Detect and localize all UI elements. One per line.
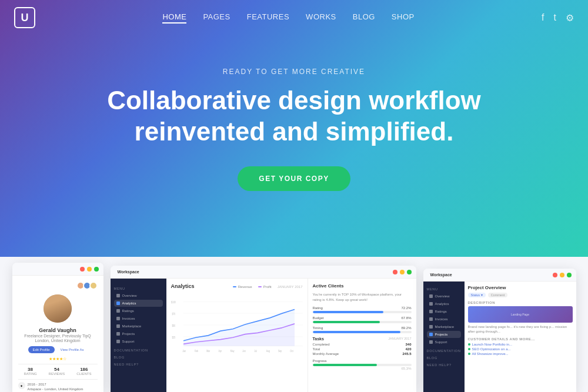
status-badge[interactable]: Status ▾: [468, 293, 486, 297]
sidebar-item-marketplace[interactable]: Marketplace: [114, 323, 163, 330]
svg-text:$100: $100: [171, 301, 176, 304]
svg-text:Oct: Oct: [290, 349, 293, 353]
proj-sidebar-support[interactable]: Support: [427, 339, 461, 346]
profile-location: London, United Kingdom: [18, 339, 98, 343]
proj-list-item-1[interactable]: Launch Now Portfolio in...: [468, 343, 573, 346]
sidebar-menu-label: MENU: [114, 287, 163, 290]
task-total: Total420: [313, 347, 412, 351]
svg-text:Jan: Jan: [182, 349, 186, 353]
project-title: Project Overview: [468, 285, 573, 290]
project-inner: MENU Overview Analytics Ratings Invoices…: [423, 282, 576, 392]
card-topbar-left: [12, 263, 103, 276]
cta-button[interactable]: GET YOUR COPY: [238, 166, 350, 191]
profile-name: Gerald Vaughn: [18, 327, 98, 333]
workspace-label-right: Workspace: [428, 273, 452, 277]
proj-sidebar-ratings[interactable]: Ratings: [427, 308, 461, 315]
sidebar-item-invoices[interactable]: Invoices: [114, 315, 163, 322]
dot-yellow-r: [560, 273, 564, 277]
svg-text:Jun: Jun: [242, 349, 246, 353]
nav-blog[interactable]: BLOG: [353, 12, 375, 24]
header: U HOME PAGES FEATURES WORKS BLOG SHOP f …: [0, 0, 588, 35]
card-topbar-right: Workspace: [423, 269, 576, 282]
chart-month: JANUARY 2017: [278, 285, 303, 289]
analytics-right-panel: Active Clients You're currently in TOP 1…: [308, 279, 416, 392]
nav-works[interactable]: WORKS: [306, 12, 336, 24]
dot-red: [80, 267, 85, 272]
nav-shop[interactable]: SHOP: [392, 12, 415, 24]
settings-icon[interactable]: ⚙: [566, 12, 574, 24]
analytics-card: Workspace MENU Overview Analytics Rating…: [111, 266, 416, 392]
dot-green-c: [407, 270, 412, 274]
svg-text:Sep: Sep: [278, 349, 282, 353]
sidebar-item-overview[interactable]: Overview: [114, 292, 163, 299]
proj-sidebar-overview[interactable]: Overview: [427, 293, 461, 300]
proj-sidebar-projects[interactable]: Projects: [427, 331, 461, 338]
sidebar-item-ratings[interactable]: Ratings: [114, 307, 163, 314]
project-thumbnail: Landing Page: [468, 306, 573, 323]
card-topbar-center: Workspace: [111, 266, 416, 279]
proj-list-item-3[interactable]: All Showsize improve...: [468, 352, 573, 356]
sidebar-item-analytics[interactable]: Analytics: [114, 300, 163, 307]
revenue-chart: $100 $75 $50 $25 Jan Feb Mar: [171, 295, 303, 354]
hero-subtitle: READY TO GET MORE CREATIVE: [223, 68, 365, 76]
proj-sidebar-invoices[interactable]: Invoices: [427, 316, 461, 323]
proj-sidebar-marketplace[interactable]: Marketplace: [427, 323, 461, 330]
workspace-label: Workspace: [115, 270, 139, 274]
svg-text:Aug: Aug: [266, 349, 270, 353]
svg-text:Apr: Apr: [218, 349, 222, 353]
facebook-icon[interactable]: f: [542, 12, 544, 24]
twitter-icon[interactable]: t: [554, 12, 556, 24]
svg-text:$75: $75: [172, 313, 175, 316]
dot-yellow: [87, 267, 92, 272]
nav-home[interactable]: HOME: [162, 12, 186, 24]
analytics-inner: MENU Overview Analytics Ratings Invoices…: [111, 279, 416, 392]
stat-rating: 38 RATING: [24, 367, 36, 376]
list-dot-3: [468, 353, 470, 355]
nav-pages[interactable]: PAGES: [203, 12, 230, 24]
hero-title: Collaborative design workflowreinvented …: [107, 85, 481, 148]
stat-reviews: 54 REVIEWS: [49, 367, 65, 376]
profile-role: Freelance Designer, Previously TipQ: [18, 334, 98, 338]
svg-text:Jul: Jul: [254, 349, 256, 353]
proj-list-item-2[interactable]: SEO Optimization on a...: [468, 347, 573, 351]
comment-badge[interactable]: Comment: [488, 293, 508, 297]
chart-legend: Revenue Profit JANUARY 2017: [233, 285, 303, 289]
profile-card: Gerald Vaughn Freelance Designer, Previo…: [12, 263, 103, 392]
dot-red-r: [553, 273, 557, 277]
description-label: DESCRIPTION: [468, 301, 573, 304]
sidebar-blog-label: BLOG: [114, 356, 163, 359]
project-card: Workspace MENU Overview Analytics Rating…: [423, 269, 576, 392]
svg-text:May: May: [230, 349, 234, 353]
svg-text:$25: $25: [172, 336, 175, 340]
main-nav: HOME PAGES FEATURES WORKS BLOG SHOP: [162, 12, 414, 24]
profile-inner: Gerald Vaughn Freelance Designer, Previo…: [12, 276, 103, 392]
metric-rating: Rating72.2%: [313, 306, 412, 313]
project-status-row: Status ▾ Comment: [468, 293, 573, 297]
dot-green-r: [567, 273, 572, 277]
dot-green: [94, 267, 99, 272]
proj-sidebar-analytics[interactable]: Analytics: [427, 300, 461, 307]
hero-section: READY TO GET MORE CREATIVE Collaborative…: [0, 0, 588, 259]
metric-timing: Timing89.2%: [313, 326, 412, 333]
screenshots-section: Gerald Vaughn Freelance Designer, Previo…: [0, 257, 588, 392]
legend-profit: Profit: [258, 285, 272, 289]
legend-revenue: Revenue: [233, 285, 252, 289]
sidebar-item-support[interactable]: Support: [114, 338, 163, 345]
edit-profile-button[interactable]: Edit Profile: [28, 346, 55, 353]
star-rating: ★★★★☆: [18, 357, 98, 361]
project-description: Brand new landing page fo... it's new th…: [468, 324, 573, 334]
social-icons: f t ⚙: [542, 12, 574, 24]
profile-stats: 38 RATING 54 REVIEWS 186 CLIENTS: [18, 364, 98, 376]
dot-yellow-c: [400, 270, 405, 274]
list-dot-2: [468, 348, 470, 350]
avatar: [44, 294, 72, 323]
analytics-chart-title: Analytics: [171, 283, 195, 289]
sidebar-item-projects[interactable]: Projects: [114, 330, 163, 337]
logo[interactable]: U: [14, 7, 35, 28]
metric-budget: Budget67.8%: [313, 316, 412, 323]
svg-text:Mar: Mar: [206, 349, 210, 353]
svg-text:$50: $50: [172, 324, 175, 328]
view-profile-button[interactable]: View Profile As: [57, 346, 88, 353]
nav-features[interactable]: FEATURES: [247, 12, 289, 24]
progress-bar-section: Progress 65,3%: [313, 359, 412, 370]
